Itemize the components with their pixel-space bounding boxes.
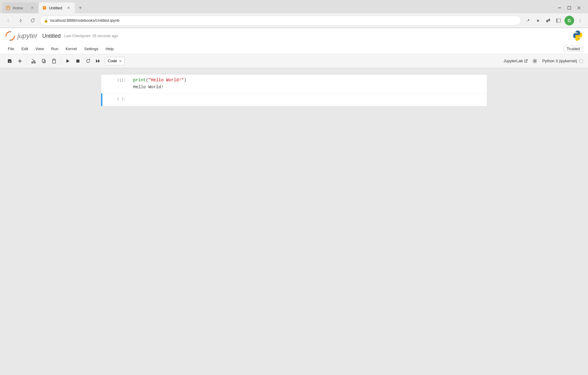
home-tab-favicon	[6, 6, 10, 10]
add-icon	[18, 59, 22, 63]
menu-view[interactable]: View	[32, 45, 47, 52]
cell-1-content[interactable]: print("Hello World!") Hello World!	[129, 75, 487, 93]
back-icon	[6, 18, 11, 23]
forward-button[interactable]	[16, 16, 25, 25]
share-icon[interactable]	[523, 16, 532, 25]
menu-settings[interactable]: Settings	[81, 45, 101, 52]
tab-bar: Home ✕ Untitled ✕ +	[0, 0, 588, 13]
svg-point-0	[6, 6, 10, 10]
code-paren-close: )	[184, 78, 186, 82]
code-keyword: print	[133, 78, 146, 82]
notebook-title[interactable]: Untitled	[42, 33, 61, 39]
home-tab-title: Home	[13, 6, 27, 10]
cut-button[interactable]	[29, 56, 38, 66]
minimize-icon	[558, 6, 562, 10]
kernel-settings-button[interactable]	[530, 56, 540, 66]
svg-point-17	[576, 32, 577, 33]
profile-avatar[interactable]: G	[564, 16, 574, 25]
cell-insert-button[interactable]	[468, 96, 475, 104]
tab-notebook[interactable]: Untitled ✕	[39, 2, 75, 13]
jupyter-logo-text: jupyter	[18, 32, 37, 40]
jupyterlab-label: JupyterLab	[503, 59, 523, 63]
cell-delete-button[interactable]	[477, 96, 484, 104]
cell-copy-button[interactable]	[431, 96, 439, 104]
menu-help[interactable]: Help	[103, 45, 117, 52]
notebook-area: [1]: print("Hello World!") Hello World! …	[0, 68, 588, 340]
cell-move-up-button[interactable]	[440, 96, 448, 104]
notebook-tab-close[interactable]: ✕	[66, 5, 71, 11]
svg-marker-33	[98, 59, 100, 63]
bookmark-icon[interactable]: ★	[534, 16, 542, 25]
menu-bar: File Edit View Run Kernel Settings Help …	[0, 44, 588, 54]
trusted-button[interactable]: Trusted	[563, 46, 583, 52]
cell-1-input[interactable]: print("Hello World!")	[133, 77, 483, 83]
notebook-container: [1]: print("Hello World!") Hello World! …	[101, 74, 487, 106]
notebook-tab-favicon	[42, 6, 46, 10]
save-icon	[7, 59, 12, 63]
jupyterlab-link[interactable]: JupyterLab	[503, 59, 528, 63]
maximize-icon	[567, 6, 571, 10]
svg-point-15	[10, 31, 11, 33]
title-bar-right	[572, 30, 583, 42]
cell-2[interactable]: [ ]:	[101, 93, 487, 106]
svg-point-16	[10, 40, 11, 41]
menu-kernel[interactable]: Kernel	[62, 45, 80, 52]
toolbar: Code JupyterLab Python 3 (ipykernel)	[0, 54, 588, 68]
home-tab-close[interactable]: ✕	[30, 5, 35, 11]
close-window-icon	[577, 6, 581, 10]
svg-rect-11	[548, 20, 549, 21]
save-button[interactable]	[5, 56, 14, 66]
run-all-icon	[96, 59, 101, 63]
restart-icon	[86, 59, 91, 63]
cell-2-content[interactable]	[129, 93, 429, 106]
share-btn-icon	[525, 18, 530, 23]
menu-edit[interactable]: Edit	[18, 45, 31, 52]
cell-type-selector[interactable]: Code	[105, 57, 125, 65]
extensions-icon[interactable]	[544, 16, 552, 25]
svg-point-14	[5, 31, 15, 41]
jupyter-title-bar: jupyter Untitled Last Checkpoint: 35 sec…	[0, 28, 588, 44]
puzzle-icon	[546, 18, 551, 23]
browser-chrome: Home ✕ Untitled ✕ +	[0, 0, 588, 28]
url-bar[interactable]: 🔒 localhost:8888/notebooks/Untitled.ipyn…	[40, 16, 521, 25]
svg-rect-36	[434, 98, 436, 101]
jupyter-header: jupyter Untitled Last Checkpoint: 35 sec…	[0, 28, 588, 68]
interrupt-icon	[75, 59, 80, 63]
svg-marker-30	[66, 59, 69, 63]
reload-button[interactable]	[28, 16, 37, 25]
maximize-button[interactable]	[565, 4, 574, 12]
back-button[interactable]	[4, 16, 13, 25]
close-window-button[interactable]	[575, 4, 583, 12]
copy-button[interactable]	[39, 56, 49, 66]
jupyter-logo-icon	[5, 31, 16, 41]
restart-button[interactable]	[83, 56, 93, 66]
svg-point-18	[579, 38, 580, 39]
new-tab-button[interactable]: +	[76, 4, 85, 12]
external-link-icon	[524, 59, 528, 63]
copy-icon	[41, 59, 46, 63]
tab-home[interactable]: Home ✕	[2, 2, 39, 13]
svg-rect-27	[42, 59, 45, 62]
chevron-down-icon	[119, 60, 122, 63]
toolbar-separator-2	[61, 57, 61, 65]
notebook-tab-title: Untitled	[49, 6, 63, 10]
interrupt-button[interactable]	[73, 56, 83, 66]
more-menu-button[interactable]: ⋮	[576, 16, 584, 25]
svg-rect-13	[556, 19, 558, 22]
cell-move-down-button[interactable]	[449, 96, 457, 104]
cell-2-input[interactable]	[133, 96, 425, 102]
menu-file[interactable]: File	[5, 45, 17, 52]
sidebar-toggle[interactable]	[554, 16, 563, 25]
cell-1-output: Hello World!	[133, 83, 483, 91]
run-all-button[interactable]	[94, 56, 103, 66]
add-cell-button[interactable]	[15, 56, 25, 66]
cell-add-button[interactable]	[459, 96, 466, 104]
run-button[interactable]	[63, 56, 72, 66]
svg-rect-3	[43, 8, 45, 8]
cell-1[interactable]: [1]: print("Hello World!") Hello World!	[101, 75, 487, 93]
minimize-button[interactable]	[555, 4, 564, 12]
paste-button[interactable]	[49, 56, 59, 66]
menu-run[interactable]: Run	[48, 45, 61, 52]
reload-icon	[30, 18, 35, 23]
svg-rect-31	[76, 60, 79, 63]
